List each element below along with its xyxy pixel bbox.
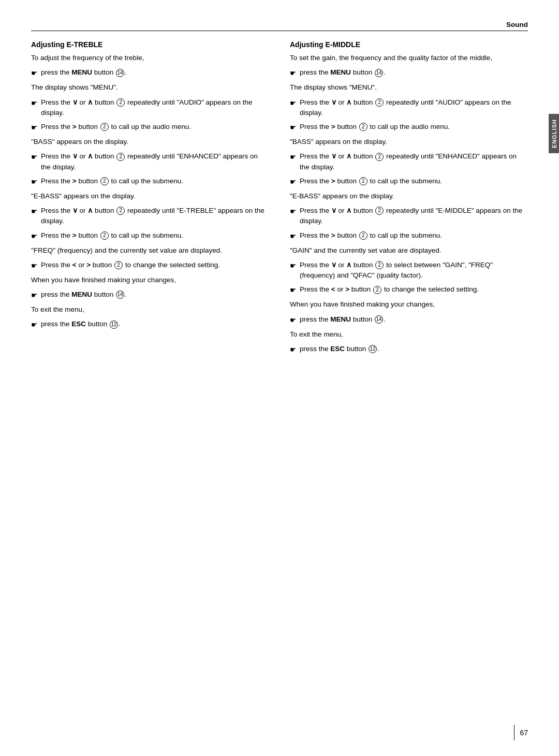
left-bullet7-text: Press the < or > button 2 to change the … (41, 260, 269, 270)
r-arrow-icon-4: ☛ (290, 152, 297, 163)
left-bullet5: ☛ Press the ∨ or ∧ button 2 repeatedly u… (31, 206, 269, 227)
right-bullet6-text: Press the > button 2 to call up the subm… (300, 230, 528, 241)
left-step1: ☛ press the MENU button 14. (31, 67, 269, 79)
right-section-title: Adjusting E-MIDDLE (290, 40, 528, 49)
left-display2: "BASS" appears on the display. (31, 137, 269, 147)
r-arrow-icon-1: ☛ (290, 68, 297, 79)
left-intro: To adjust the frequency of the treble, (31, 53, 269, 63)
right-display4: "GAIN" and the currently set value are d… (290, 245, 528, 256)
left-bullet2-text: Press the > button 2 to call up the audi… (41, 122, 269, 132)
right-display1: The display shows "MENU". (290, 82, 528, 93)
english-tab: ENGLISH (549, 114, 559, 153)
arrow-icon-4: ☛ (31, 177, 38, 187)
left-exit: To exit the menu, (31, 304, 269, 315)
r-arrow-icon-8: ☛ (290, 260, 297, 271)
left-display4: "FREQ" (frequency) and the currently set… (31, 245, 269, 256)
right-bullet8-text: Press the < or > button 2 to change the … (300, 284, 528, 295)
left-bullet1: ☛ Press the ∨ or ∧ button 2 repeatedly u… (31, 97, 269, 119)
right-exit: To exit the menu, (290, 329, 528, 340)
right-bullet4: ☛ Press the > button 2 to call up the su… (290, 176, 528, 187)
right-step-esc-text: press the ESC button 12. (300, 344, 528, 354)
right-bullet6: ☛ Press the > button 2 to call up the su… (290, 230, 528, 242)
left-finish: When you have finished making your chang… (31, 275, 269, 285)
left-bullet7: ☛ Press the < or > button 2 to change th… (31, 260, 269, 271)
page-footer: 67 (514, 725, 528, 740)
right-bullet3: ☛ Press the ∨ or ∧ button 2 repeatedly u… (290, 151, 528, 172)
r-arrow-icon-9: ☛ (290, 285, 297, 296)
top-header: Sound (31, 21, 528, 31)
arrow-icon-2: ☛ (31, 122, 38, 133)
left-column: Adjusting E-TREBLE To adjust the frequen… (31, 40, 269, 359)
arrow-icon: ☛ (31, 68, 38, 79)
header-title: Sound (506, 21, 528, 28)
right-step-final-text: press the MENU button 14. (300, 314, 528, 325)
left-display3: "E-BASS" appears on the display. (31, 191, 269, 201)
arrow-icon-1: ☛ (31, 98, 38, 109)
right-finish: When you have finished making your chang… (290, 299, 528, 310)
right-bullet4-text: Press the > button 2 to call up the subm… (300, 176, 528, 186)
left-bullet6-text: Press the > button 2 to call up the subm… (41, 230, 269, 241)
left-display1: The display shows "MENU". (31, 82, 269, 93)
right-intro: To set the gain, the frequency and the q… (290, 53, 528, 63)
r-arrow-icon-6: ☛ (290, 206, 297, 217)
left-bullet6: ☛ Press the > button 2 to call up the su… (31, 230, 269, 242)
right-display2: "BASS" appears on the display. (290, 137, 528, 147)
left-bullet4-text: Press the > button 2 to call up the subm… (41, 176, 269, 186)
right-bullet8: ☛ Press the < or > button 2 to change th… (290, 284, 528, 296)
page-number: 67 (520, 729, 528, 737)
left-section-title: Adjusting E-TREBLE (31, 40, 269, 49)
left-bullet1-text: Press the ∨ or ∧ button 2 repeatedly unt… (41, 97, 269, 119)
arrow-icon-9: ☛ (31, 319, 38, 330)
left-bullet5-text: Press the ∨ or ∧ button 2 repeatedly unt… (41, 206, 269, 227)
left-step-esc-text: press the ESC button 12. (41, 319, 269, 329)
right-bullet2: ☛ Press the > button 2 to call up the au… (290, 122, 528, 133)
left-bullet4: ☛ Press the > button 2 to call up the su… (31, 176, 269, 187)
right-bullet3-text: Press the ∨ or ∧ button 2 repeatedly unt… (300, 151, 528, 172)
right-step-esc: ☛ press the ESC button 12. (290, 344, 528, 355)
left-bullet3: ☛ Press the ∨ or ∧ button 2 repeatedly u… (31, 151, 269, 172)
right-bullet1: ☛ Press the ∨ or ∧ button 2 repeatedly u… (290, 97, 528, 119)
left-step1-text: press the MENU button 14. (41, 67, 269, 78)
arrow-icon-8: ☛ (31, 290, 38, 301)
two-col-layout: Adjusting E-TREBLE To adjust the frequen… (31, 40, 528, 359)
arrow-icon-6: ☛ (31, 231, 38, 242)
r-arrow-icon-5: ☛ (290, 177, 297, 187)
left-step-final-text: press the MENU button 14. (41, 289, 269, 300)
right-step1-text: press the MENU button 14. (300, 67, 528, 78)
left-step-esc: ☛ press the ESC button 12. (31, 319, 269, 330)
arrow-icon-7: ☛ (31, 260, 38, 271)
right-bullet7-text: Press the ∨ or ∧ button 2 to select betw… (300, 260, 528, 281)
right-display3: "E-BASS" appears on the display. (290, 191, 528, 201)
right-bullet1-text: Press the ∨ or ∧ button 2 repeatedly unt… (300, 97, 528, 119)
right-step-final: ☛ press the MENU button 14. (290, 314, 528, 326)
left-bullet3-text: Press the ∨ or ∧ button 2 repeatedly unt… (41, 151, 269, 172)
r-arrow-icon-7: ☛ (290, 231, 297, 242)
footer-line (514, 725, 514, 740)
r-arrow-icon-3: ☛ (290, 122, 297, 133)
right-bullet7: ☛ Press the ∨ or ∧ button 2 to select be… (290, 260, 528, 281)
page-container: Sound ENGLISH Adjusting E-TREBLE To adju… (0, 0, 559, 756)
right-bullet2-text: Press the > button 2 to call up the audi… (300, 122, 528, 132)
left-step-final: ☛ press the MENU button 14. (31, 289, 269, 301)
left-bullet2: ☛ Press the > button 2 to call up the au… (31, 122, 269, 133)
right-column: Adjusting E-MIDDLE To set the gain, the … (290, 40, 528, 359)
arrow-icon-3: ☛ (31, 152, 38, 163)
arrow-icon-5: ☛ (31, 206, 38, 217)
right-step1: ☛ press the MENU button 14. (290, 67, 528, 79)
r-arrow-icon-11: ☛ (290, 344, 297, 355)
r-arrow-icon-2: ☛ (290, 98, 297, 109)
right-bullet5-text: Press the ∨ or ∧ button 2 repeatedly unt… (300, 206, 528, 227)
right-bullet5: ☛ Press the ∨ or ∧ button 2 repeatedly u… (290, 206, 528, 227)
r-arrow-icon-10: ☛ (290, 315, 297, 326)
